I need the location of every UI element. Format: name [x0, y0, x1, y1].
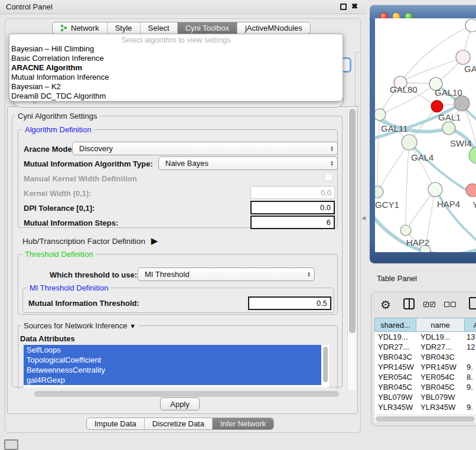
table-row[interactable]: YDR27...YDR27...12	[374, 342, 476, 352]
aracne-mode-combobox[interactable]: Discovery ▲▼	[72, 142, 338, 155]
spinner-arrows-icon: ▲▼	[307, 272, 311, 278]
spinner-arrows-icon: ▲▼	[330, 146, 334, 152]
manual-kernel-label: Manual Kernel Width Definition	[24, 174, 137, 183]
bottom-tabbar: Impute Data Discretize Data Infer Networ…	[86, 418, 274, 430]
table-row[interactable]: YER054CYER054C8.	[374, 372, 476, 382]
dpi-tolerance-field[interactable]	[250, 201, 335, 214]
network-view-window: GAL GAL80 GAL10 GAL1 GAL11 SWI4 GAL4 GCY…	[370, 5, 476, 263]
group-title: MI Threshold Definition	[27, 284, 110, 292]
float-panel-icon[interactable]	[340, 4, 347, 10]
kernel-width-field	[250, 186, 335, 199]
settings-hscrollbar-track[interactable]	[8, 390, 347, 398]
node-label: GAL	[464, 64, 476, 74]
node-label: HAP2	[406, 237, 429, 247]
node-label: Y	[472, 200, 476, 210]
data-attributes-list: SelfLoops TopologicalCoefficient Between…	[24, 345, 329, 387]
node-label: HAP4	[437, 199, 460, 209]
table-panel-title: Table Panel	[377, 274, 417, 283]
network-icon	[60, 24, 68, 32]
close-icon[interactable]: ✖	[351, 2, 358, 11]
settings-vscrollbar-track[interactable]	[347, 107, 356, 390]
node-label: SWI4	[450, 138, 472, 148]
panel-splitter-handle[interactable]: ◀	[361, 215, 366, 221]
node-label: GAL80	[390, 84, 418, 94]
dropdown-item[interactable]: Bayesian – K2	[9, 82, 343, 92]
tab-network-label: Network	[71, 24, 99, 32]
data-attributes-label: Data Attributes	[20, 334, 75, 343]
tab-impute-data[interactable]: Impute Data	[87, 418, 145, 429]
tab-discretize-data[interactable]: Discretize Data	[145, 418, 213, 429]
table-body: YDL19...YDL19...13 YDR27...YDR27...12 YB…	[374, 332, 476, 415]
node-label: GAL4	[411, 152, 433, 162]
list-item[interactable]: TopologicalCoefficient	[24, 355, 321, 365]
group-title: Threshold Definition	[22, 250, 96, 258]
screen: Control Panel ✖ Network Style Select Cyn…	[0, 0, 476, 450]
mi-steps-field[interactable]	[250, 216, 335, 229]
panel-title: Control Panel	[6, 2, 53, 11]
network-canvas[interactable]: GAL GAL80 GAL10 GAL1 GAL11 SWI4 GAL4 GCY…	[375, 18, 476, 252]
list-item[interactable]: BetweennessCentrality	[24, 365, 321, 375]
file-icon[interactable]	[469, 297, 476, 309]
list-scrollbar-thumb[interactable]	[323, 347, 328, 382]
dropdown-item-selected[interactable]: ARACNE Algorithm	[9, 63, 343, 73]
aracne-mode-label: Aracne Mode:	[24, 145, 74, 154]
network-graph: GAL GAL80 GAL10 GAL1 GAL11 SWI4 GAL4 GCY…	[375, 18, 476, 252]
algorithm-dropdown-popup: Select algorithm to view settings Bayesi…	[9, 34, 343, 102]
which-threshold-combobox[interactable]: MI Threshold ▲▼	[138, 268, 315, 281]
sources-group-title[interactable]: Sources for Network Inference ▼	[21, 322, 138, 330]
column-header[interactable]: name	[416, 318, 464, 332]
tab-jactivemnodules[interactable]: jActiveMNodules	[237, 22, 310, 34]
table-row[interactable]: YPR145WYPR145W9.	[374, 362, 476, 372]
node-label: GAL1	[438, 112, 461, 122]
select-all-checkbox-icon[interactable]: ✓	[430, 302, 435, 307]
select-all-checkbox-icon[interactable]: ✓	[423, 302, 429, 307]
node-label: GCY1	[375, 200, 399, 210]
hub-definition-toggle[interactable]: Hub/Transcription Factor Definition ▶	[22, 236, 158, 246]
kernel-width-label: Kernel Width (0,1):	[24, 189, 92, 198]
mi-threshold-field[interactable]	[248, 296, 331, 310]
dropdown-item[interactable]: Mutual Information Inference	[9, 73, 343, 82]
expand-arrow-icon: ▶	[151, 236, 158, 246]
deselect-all-checkbox-icon[interactable]	[451, 302, 456, 307]
mi-type-label: Mutual Information Algorithm Type:	[24, 159, 153, 168]
tab-style[interactable]: Style	[107, 22, 141, 34]
partial-window-icon[interactable]	[4, 439, 18, 450]
groupbox-edge-fragment	[355, 52, 361, 106]
apply-button[interactable]: Apply	[160, 397, 200, 410]
tab-infer-network[interactable]: Infer Network	[213, 418, 273, 429]
column-header[interactable]: A	[464, 318, 476, 332]
which-threshold-label: Which threshold to use:	[50, 270, 137, 279]
table-header-row: shared... name A	[374, 318, 476, 332]
columns-icon[interactable]	[403, 298, 415, 309]
manual-kernel-checkbox	[324, 172, 333, 181]
tab-cyni-toolbox[interactable]: Cyni Toolbox	[178, 22, 237, 34]
table-row[interactable]: YBR043CYBR043C	[374, 352, 476, 362]
dpi-tolerance-label: DPI Tolerance [0,1]:	[24, 204, 94, 213]
node-label: GAL11	[381, 123, 408, 133]
group-title: Algorithm Definition	[22, 126, 94, 133]
list-item[interactable]: SelfLoops	[24, 345, 321, 355]
mi-steps-label: Mutual Information Steps:	[24, 219, 118, 227]
gear-icon[interactable]: ⚙	[380, 298, 391, 312]
table-row[interactable]: YDL19...YDL19...13	[374, 332, 476, 342]
settings-vscrollbar-thumb[interactable]	[349, 109, 356, 333]
dropdown-item[interactable]: Basic Correlation Inference	[9, 54, 343, 63]
dropdown-item[interactable]: Bayesian – Hill Climbing	[9, 44, 343, 54]
settings-hscrollbar-thumb[interactable]	[34, 391, 339, 397]
table-hscrollbar-thumb[interactable]	[376, 416, 475, 422]
dropdown-item[interactable]: Dream8 DC_TDC Algorithm	[9, 92, 343, 101]
tab-network[interactable]: Network	[53, 22, 107, 34]
table-hscrollbar-track[interactable]	[374, 415, 476, 422]
group-title: Cyni Algorithm Settings	[15, 112, 99, 120]
mi-type-combobox[interactable]: Naive Bayes ▲▼	[158, 156, 338, 170]
table-row[interactable]: YLR345WYLR345W9.	[374, 402, 476, 412]
tab-select[interactable]: Select	[141, 22, 178, 34]
node-label: GAL10	[435, 87, 462, 97]
list-item[interactable]: gal4RGexp	[24, 375, 321, 385]
control-panel-titlebar: Control Panel ✖	[0, 0, 366, 14]
table-row[interactable]: YBR045CYBR045C9.	[374, 382, 476, 392]
spinner-arrows-icon: ▲▼	[330, 161, 334, 167]
table-row[interactable]: YBL079WYBL079W	[374, 392, 476, 402]
deselect-all-checkbox-icon[interactable]	[444, 302, 449, 307]
column-header[interactable]: shared...	[374, 318, 416, 332]
